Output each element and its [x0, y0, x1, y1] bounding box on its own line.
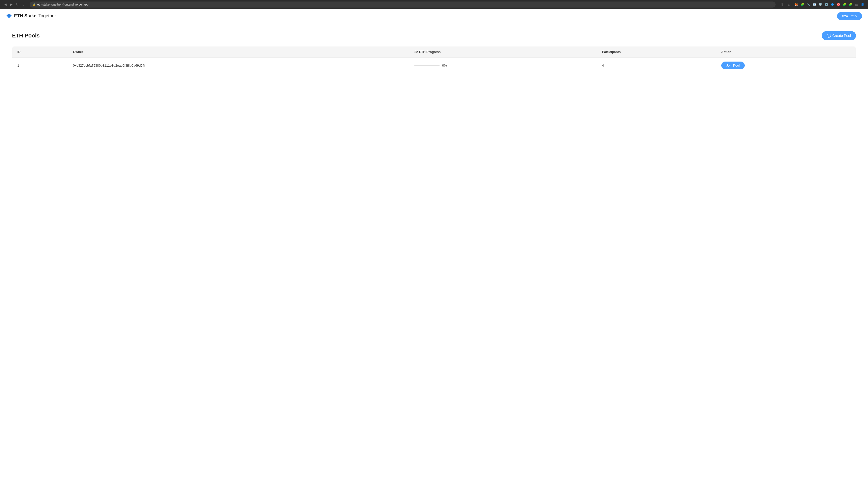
ext-icon-puzzle[interactable]: 🧩 — [848, 2, 853, 7]
progress-container: 0% — [414, 64, 592, 67]
ext-icon-4[interactable]: 📧 — [812, 2, 817, 7]
page-header: ETH Pools i Create Pool — [12, 31, 856, 40]
col-header-progress: 32 ETH Progress — [409, 47, 597, 58]
reload-button[interactable]: ↻ — [15, 2, 20, 7]
address-bar[interactable]: 🔒 eth-stake-together-frontend.vercel.app — [30, 1, 776, 7]
logo-together-text: Together — [38, 13, 56, 19]
lock-icon: 🔒 — [33, 3, 36, 6]
cell-participants: 4 — [597, 58, 716, 74]
pool-table: ID Owner 32 ETH Progress Participants Ac… — [12, 46, 856, 74]
browser-chrome: ◀ ▶ ↻ ⌂ 🔒 eth-stake-together-frontend.ve… — [0, 0, 868, 9]
create-pool-info-icon: i — [827, 34, 831, 38]
col-header-id: ID — [12, 47, 68, 58]
table-header-row: ID Owner 32 ETH Progress Participants Ac… — [12, 47, 856, 58]
browser-actions: ⬆ ☆ 🦊 🧩 🔧 📧 🛡️ ⚙️ 🔷 🎯 🧩 🧩 ▭ 👤 — [780, 2, 865, 7]
col-header-participants: Participants — [597, 47, 716, 58]
table-body: 1 0xb327bcbfa79380b8111e3d2eab0f3f8b0a69… — [12, 58, 856, 74]
extension-icons: 🦊 🧩 🔧 📧 🛡️ ⚙️ 🔷 🎯 🧩 🧩 ▭ 👤 — [794, 2, 865, 7]
wallet-button[interactable]: 0xA...215 — [837, 12, 862, 20]
logo-diamond-icon — [6, 13, 12, 19]
home-button[interactable]: ⌂ — [21, 2, 26, 7]
ext-icon-6[interactable]: ⚙️ — [824, 2, 829, 7]
col-header-owner: Owner — [68, 47, 409, 58]
page-title: ETH Pools — [12, 32, 40, 39]
ext-icon-5[interactable]: 🛡️ — [818, 2, 823, 7]
back-button[interactable]: ◀ — [3, 2, 7, 7]
join-pool-button[interactable]: Join Pool — [721, 62, 745, 69]
profile-icon[interactable]: 👤 — [860, 2, 865, 7]
logo-eth-text: ETH Stake — [14, 13, 36, 19]
table-row: 1 0xb327bcbfa79380b8111e3d2eab0f3f8b0a69… — [12, 58, 856, 74]
forward-button[interactable]: ▶ — [9, 2, 13, 7]
app-logo: ETH Stake Together — [6, 13, 56, 19]
sidebar-toggle-icon[interactable]: ▭ — [854, 2, 859, 7]
bookmark-icon[interactable]: ☆ — [786, 2, 792, 7]
create-pool-label: Create Pool — [832, 34, 851, 38]
table-header: ID Owner 32 ETH Progress Participants Ac… — [12, 47, 856, 58]
ext-icon-1[interactable]: 🦊 — [794, 2, 799, 7]
share-icon[interactable]: ⬆ — [780, 2, 785, 7]
ext-icon-8[interactable]: 🎯 — [836, 2, 841, 7]
main-content: ETH Pools i Create Pool ID Owner 32 ETH … — [0, 23, 868, 82]
ext-icon-7[interactable]: 🔷 — [830, 2, 835, 7]
col-header-action: Action — [716, 47, 856, 58]
ext-icon-3[interactable]: 🔧 — [806, 2, 811, 7]
cell-id: 1 — [12, 58, 68, 74]
cell-owner: 0xb327bcbfa79380b8111e3d2eab0f3f8b0a69d5… — [68, 58, 409, 74]
logo-text: ETH Stake Together — [14, 13, 56, 19]
cell-action: Join Pool — [716, 58, 856, 74]
app-header: ETH Stake Together 0xA...215 — [0, 9, 868, 23]
ext-icon-9[interactable]: 🧩 — [842, 2, 847, 7]
cell-progress: 0% — [409, 58, 597, 74]
url-text: eth-stake-together-frontend.vercel.app — [37, 3, 88, 6]
ext-icon-2[interactable]: 🧩 — [800, 2, 805, 7]
progress-text: 0% — [442, 64, 450, 67]
browser-controls: ◀ ▶ ↻ ⌂ — [3, 2, 26, 7]
create-pool-button[interactable]: i Create Pool — [822, 31, 856, 40]
progress-bar-track — [414, 65, 439, 66]
